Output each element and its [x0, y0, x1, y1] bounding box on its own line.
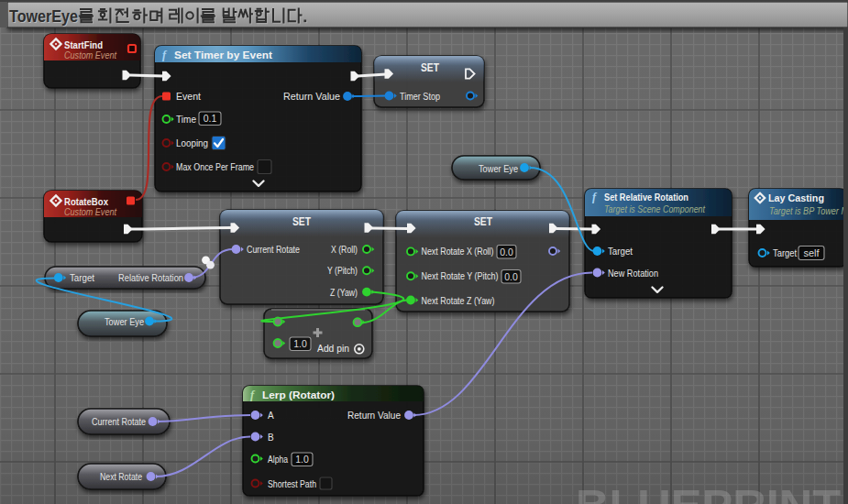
svg-text:Target is BP Tower M: Target is BP Tower M	[769, 206, 848, 216]
svg-text:Next Rotate Y (Pitch): Next Rotate Y (Pitch)	[422, 271, 499, 281]
svg-text:Custom Event: Custom Event	[64, 207, 117, 217]
svg-text:Target: Target	[70, 273, 94, 283]
svg-text:0.1: 0.1	[204, 113, 217, 124]
svg-text:TowerEye: TowerEye	[9, 7, 78, 26]
svg-text:New Rotation: New Rotation	[608, 268, 658, 279]
svg-text:Shortest Path: Shortest Path	[268, 479, 316, 489]
svg-text:Time: Time	[176, 115, 196, 125]
svg-text:StartFind: StartFind	[64, 39, 103, 50]
svg-text:SET: SET	[474, 215, 493, 228]
svg-text:X (Roll): X (Roll)	[331, 245, 358, 255]
svg-text:Z (Yaw): Z (Yaw)	[330, 288, 358, 298]
svg-text:Lerp (Rotator): Lerp (Rotator)	[262, 389, 335, 400]
svg-text:1.0: 1.0	[295, 454, 309, 465]
svg-text:SET: SET	[292, 215, 312, 228]
svg-text:SET: SET	[421, 61, 440, 74]
svg-text:RotateBox: RotateBox	[64, 196, 109, 207]
svg-text:Tower Eye: Tower Eye	[105, 317, 144, 327]
svg-text:Next Rotate: Next Rotate	[100, 472, 142, 482]
svg-text:Current Rotate: Current Rotate	[92, 417, 146, 427]
svg-text:Lay Casting: Lay Casting	[768, 192, 824, 203]
svg-text:Current Rotate: Current Rotate	[247, 245, 300, 255]
svg-text:Target: Target	[773, 248, 797, 258]
svg-text:Target: Target	[608, 247, 633, 257]
svg-text:BLUEPRINT: BLUEPRINT	[576, 481, 841, 504]
svg-text:1.0: 1.0	[293, 338, 307, 349]
svg-text:Event: Event	[176, 92, 201, 102]
svg-text:Set Timer by Event: Set Timer by Event	[174, 49, 272, 60]
svg-text:Tower Eye: Tower Eye	[479, 164, 518, 174]
svg-text:Looping: Looping	[176, 138, 208, 148]
svg-text:Relative Rotation: Relative Rotation	[118, 273, 183, 283]
svg-text:Return Value: Return Value	[283, 92, 340, 102]
svg-text:Set Relative Rotation: Set Relative Rotation	[604, 192, 688, 203]
svg-text:Alpha: Alpha	[268, 455, 288, 465]
svg-text:self: self	[803, 247, 820, 258]
svg-text:Next Rotate Z (Yaw): Next Rotate Z (Yaw)	[422, 296, 495, 306]
svg-text:Max Once Per Frame: Max Once Per Frame	[176, 162, 254, 172]
svg-text:Next Rotate X (Roll): Next Rotate X (Roll)	[422, 247, 494, 257]
svg-text:Target is Scene Component: Target is Scene Component	[604, 204, 706, 214]
svg-text:Timer Stop: Timer Stop	[400, 92, 440, 102]
svg-text:Return Value: Return Value	[347, 411, 401, 421]
svg-text:Y (Pitch): Y (Pitch)	[327, 266, 358, 276]
svg-text:Add pin: Add pin	[317, 343, 349, 354]
svg-text:B: B	[268, 433, 274, 443]
svg-text:Custom Event: Custom Event	[64, 50, 117, 60]
svg-text:0.0: 0.0	[500, 247, 513, 257]
svg-text:A: A	[268, 411, 274, 421]
svg-text:0.0: 0.0	[504, 271, 518, 282]
